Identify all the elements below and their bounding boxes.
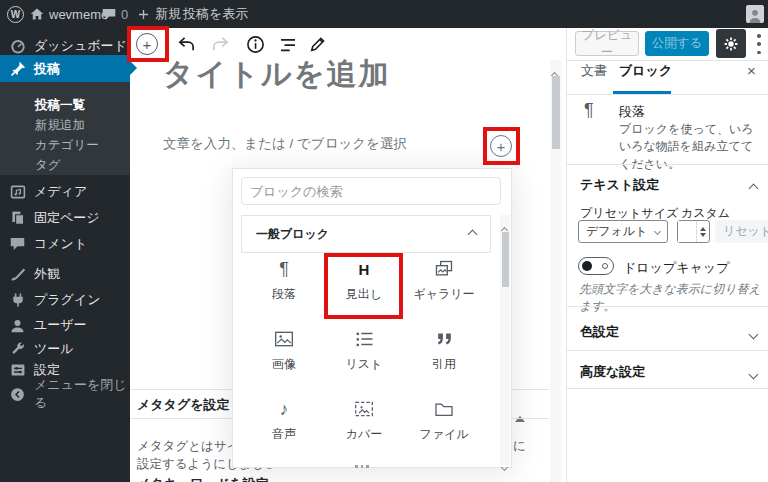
text-settings-collapse[interactable] <box>750 178 757 196</box>
block-item-audio[interactable]: ♪ 音声 <box>246 397 322 453</box>
sidebar-item-media[interactable]: メディア <box>0 179 130 205</box>
metabox-collapse-button[interactable] <box>515 399 525 417</box>
sidebar-item-comments[interactable]: コメント <box>0 231 130 257</box>
wordpress-editor-screen: W wevmemo 0 新規 投稿を表示 <box>0 0 768 482</box>
publish-button[interactable]: 公開する <box>645 31 709 56</box>
custom-size-input[interactable] <box>678 221 696 242</box>
tab-block[interactable]: ブロック <box>619 62 672 80</box>
edit-mode-button[interactable] <box>309 35 327 53</box>
drop-cap-toggle[interactable] <box>578 257 614 275</box>
popup-scroll-down[interactable] <box>502 456 507 474</box>
number-stepper[interactable] <box>696 221 709 242</box>
block-item-file[interactable]: ファイル <box>406 397 482 453</box>
quote-block-icon <box>435 327 454 351</box>
pushpin-icon <box>9 60 26 77</box>
media-icon <box>9 184 26 201</box>
close-sidebar-button[interactable]: × <box>747 62 756 79</box>
submenu-item-add-new[interactable]: 新規追加 <box>0 115 130 135</box>
file-block-icon <box>434 397 454 421</box>
wordpress-logo-icon: W <box>7 6 24 23</box>
highlight-box-heading-block <box>324 253 403 319</box>
home-icon <box>30 7 44 21</box>
block-item-image[interactable]: 画像 <box>246 327 322 383</box>
stepper-up-icon <box>700 227 706 231</box>
admin-sidebar: ダッシュボード 投稿 投稿一覧 新規追加 カテゴリー タグ メディア 固定ペ <box>0 28 130 482</box>
preview-button[interactable]: プレビュー <box>575 31 639 56</box>
info-icon <box>246 35 265 54</box>
new-content-menu[interactable]: 新規 <box>137 0 181 28</box>
gear-icon <box>723 36 739 52</box>
image-block-icon <box>274 327 294 351</box>
paragraph-block-placeholder[interactable]: 文章を入力、または / でブロックを選択 <box>163 135 407 153</box>
tab-document[interactable]: 文書 <box>581 62 607 80</box>
kebab-dot <box>757 42 761 46</box>
drop-cap-description: 先頭文字を大きな表示に切り替えます。 <box>579 281 764 315</box>
view-post-link[interactable]: 投稿を表示 <box>183 0 248 28</box>
block-item-quote[interactable]: 引用 <box>406 327 482 383</box>
block-search-input[interactable] <box>241 177 501 205</box>
sidebar-item-users[interactable]: ユーザー <box>0 312 130 338</box>
toggle-dot <box>602 263 608 269</box>
wrench-icon <box>9 341 26 358</box>
sidebar-item-posts[interactable]: 投稿 <box>0 55 130 82</box>
sidebar-item-pages[interactable]: 固定ページ <box>0 205 130 231</box>
comment-bubble-icon <box>102 8 116 21</box>
block-item-paragraph[interactable]: ¶ 段落 <box>246 257 322 313</box>
content-info-button[interactable] <box>246 35 265 54</box>
editor-scrollbar-thumb[interactable] <box>552 76 560 149</box>
popup-scrollbar-thumb[interactable] <box>502 232 509 287</box>
audio-block-icon: ♪ <box>280 397 289 421</box>
plus-icon <box>137 8 150 21</box>
block-item-gallery[interactable]: ギャラリー <box>406 257 482 313</box>
list-block-icon <box>355 327 374 351</box>
text-settings-title[interactable]: テキスト設定 <box>580 176 659 194</box>
submenu-item-all-posts[interactable]: 投稿一覧 <box>0 95 130 115</box>
posts-submenu: 投稿一覧 新規追加 カテゴリー タグ <box>0 82 130 175</box>
redo-icon <box>211 35 230 54</box>
settings-icon <box>9 362 26 379</box>
appearance-brush-icon <box>9 266 26 283</box>
dashboard-icon <box>9 38 26 55</box>
metabox-title: メタタグを設定 <box>137 396 230 414</box>
reset-button[interactable]: リセット <box>715 220 768 243</box>
wp-logo-menu[interactable]: W <box>7 0 24 28</box>
color-settings-expand[interactable] <box>750 324 757 342</box>
collapse-menu-button[interactable]: メニューを閉じる <box>0 381 130 407</box>
block-item-list[interactable]: リスト <box>326 327 402 383</box>
chevron-down-icon <box>654 228 661 235</box>
post-title-input[interactable]: タイトルを追加 <box>163 54 391 95</box>
cover-block-icon <box>354 397 374 421</box>
comment-count: 0 <box>121 7 128 22</box>
settings-sidebar: 文書 ブロック × ¶ 段落 ブロックを使って、いろいろな物語を組み立ててくださ… <box>566 28 768 482</box>
submenu-item-categories[interactable]: カテゴリー <box>0 135 130 155</box>
scroll-down-arrow[interactable] <box>552 471 557 482</box>
paragraph-block-icon: ¶ <box>279 257 289 281</box>
redo-button[interactable] <box>211 35 230 54</box>
undo-icon <box>177 35 196 54</box>
more-options-button[interactable] <box>755 34 763 54</box>
common-blocks-section-header[interactable]: 一般ブロック <box>241 215 491 253</box>
admin-bar: W wevmemo 0 新規 投稿を表示 <box>0 0 768 28</box>
toggle-knob <box>582 261 592 271</box>
collapse-arrow-icon <box>9 386 26 403</box>
advanced-settings-title[interactable]: 高度な設定 <box>580 363 645 381</box>
drop-cap-label: ドロップキャップ <box>623 259 729 277</box>
site-menu[interactable]: wevmemo <box>30 0 108 28</box>
paragraph-icon: ¶ <box>584 100 594 121</box>
settings-gear-button[interactable] <box>716 29 746 58</box>
color-settings-title[interactable]: 色設定 <box>580 323 619 341</box>
new-label: 新規 <box>155 5 181 23</box>
block-item-cover[interactable]: カバー <box>326 397 402 453</box>
sidebar-item-appearance[interactable]: 外観 <box>0 261 130 287</box>
submenu-item-tags[interactable]: タグ <box>0 155 130 175</box>
undo-button[interactable] <box>177 35 196 54</box>
sidebar-item-plugins[interactable]: プラグイン <box>0 287 130 313</box>
advanced-settings-expand[interactable] <box>750 364 757 382</box>
block-navigation-button[interactable] <box>279 38 297 52</box>
highlight-box-append-button <box>483 127 520 165</box>
my-account-menu[interactable] <box>746 0 764 28</box>
comments-menu[interactable]: 0 <box>102 0 128 28</box>
active-menu-arrow <box>130 61 137 75</box>
preset-size-select[interactable]: デフォルト <box>578 220 668 243</box>
metabox-body-line1-fragment: に <box>513 438 526 455</box>
